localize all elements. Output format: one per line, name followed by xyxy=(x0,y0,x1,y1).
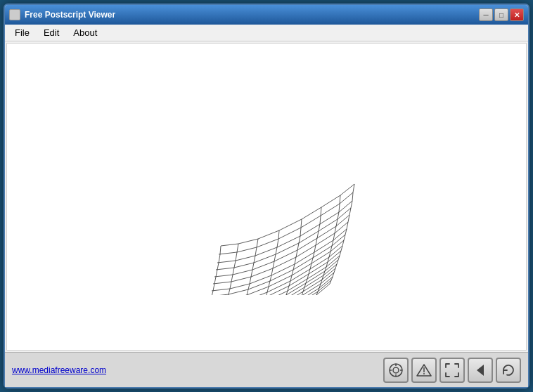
maximize-button[interactable]: □ xyxy=(494,8,508,21)
print-button[interactable] xyxy=(411,358,437,383)
triangle-icon xyxy=(416,362,432,378)
menu-bar: File Edit About xyxy=(5,25,528,41)
toolbar-buttons xyxy=(383,358,521,383)
rotate-icon xyxy=(501,362,516,378)
window-controls: ─ □ ✕ xyxy=(479,8,524,21)
canvas-area xyxy=(7,44,526,350)
content-area xyxy=(6,43,527,351)
main-window: Free Postscript Viewer ─ □ ✕ File Edit A… xyxy=(4,4,529,388)
window-title: Free Postscript Viewer xyxy=(25,10,479,20)
website-link[interactable]: www.mediafreeware.com xyxy=(12,365,106,375)
menu-edit[interactable]: Edit xyxy=(37,26,66,39)
menu-file[interactable]: File xyxy=(8,26,37,39)
mesh-visualization xyxy=(161,98,372,295)
fullscreen-icon xyxy=(444,362,460,378)
back-button[interactable] xyxy=(468,358,493,383)
settings-icon xyxy=(388,362,404,378)
menu-about[interactable]: About xyxy=(66,26,104,39)
title-bar: Free Postscript Viewer ─ □ ✕ xyxy=(5,5,528,25)
minimize-button[interactable]: ─ xyxy=(479,8,493,21)
svg-point-0 xyxy=(393,367,399,373)
app-icon xyxy=(9,9,20,20)
status-bar: www.mediafreeware.com xyxy=(5,352,528,387)
svg-marker-9 xyxy=(477,365,484,376)
close-button[interactable]: ✕ xyxy=(510,8,524,21)
settings-button[interactable] xyxy=(383,358,409,383)
fullscreen-button[interactable] xyxy=(439,358,465,383)
back-icon xyxy=(473,362,488,378)
svg-point-8 xyxy=(423,373,425,374)
rotate-button[interactable] xyxy=(496,358,521,383)
